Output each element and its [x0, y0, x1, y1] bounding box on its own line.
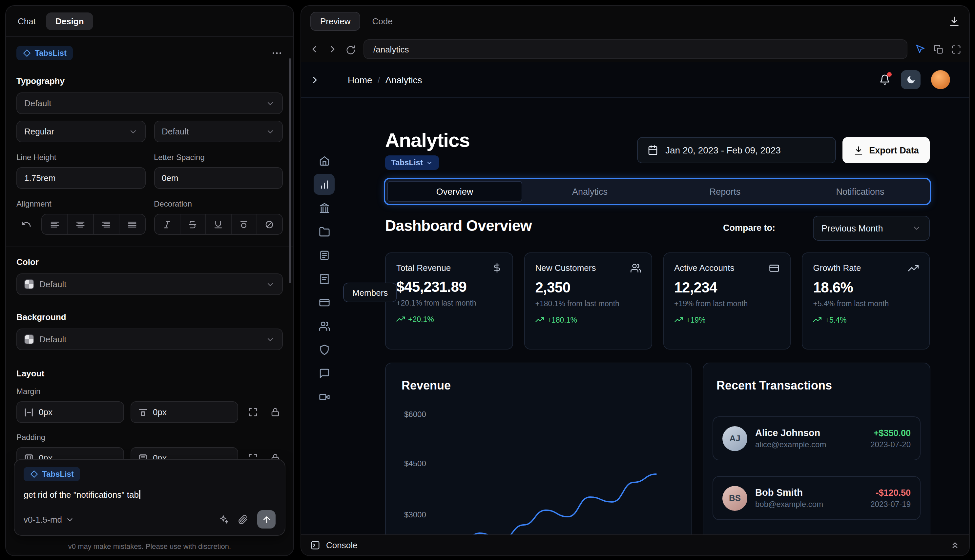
letter-spacing-input[interactable]: 0em: [154, 167, 283, 189]
copy-icon[interactable]: [934, 44, 943, 54]
panel-header: Chat Design: [6, 6, 293, 37]
margin-horizontal-icon: [24, 408, 33, 417]
refresh-icon[interactable]: [346, 44, 356, 54]
transaction-date: 2023-07-20: [870, 440, 911, 449]
chevron-down-icon: [128, 127, 137, 136]
sidebar-toggle-icon[interactable]: [310, 75, 320, 85]
inspect-cursor-icon[interactable]: [915, 44, 926, 55]
v0-workspace: Chat Design TabsList Typography Default …: [0, 0, 975, 560]
composer-component-chip[interactable]: TabsList: [23, 467, 80, 481]
align-right-icon[interactable]: [93, 215, 119, 234]
transaction-row[interactable]: AJ Alice Johnson alice@example.com +$350…: [713, 417, 920, 460]
stats-row: Total Revenue $45,231.89 +20.1% from las…: [385, 252, 930, 350]
font-size-select[interactable]: Default: [154, 121, 283, 142]
sidebar-credit-card-icon[interactable]: [314, 292, 335, 313]
avatar: BS: [722, 485, 747, 510]
chevron-down-icon: [266, 127, 275, 136]
page-title: Analytics: [385, 129, 470, 152]
tab-code[interactable]: Code: [367, 12, 398, 30]
color-select[interactable]: Default: [17, 273, 283, 295]
sidebar-messages-icon[interactable]: [314, 363, 335, 383]
notifications-bell-icon[interactable]: [879, 74, 890, 85]
theme-toggle-button[interactable]: [901, 70, 920, 89]
sidebar-home-icon[interactable]: [314, 150, 335, 171]
chevron-down-icon: [266, 280, 275, 289]
sidebar-members-icon[interactable]: [314, 315, 335, 337]
margin-lock-icon[interactable]: [267, 402, 283, 423]
transaction-row[interactable]: BS Bob Smith bob@example.com -$120.50 20…: [713, 476, 920, 520]
app-sidebar: [301, 98, 339, 535]
margin-x-input[interactable]: 0px: [17, 401, 124, 423]
font-family-select[interactable]: Default: [17, 92, 283, 114]
font-weight-select[interactable]: Regular: [17, 121, 145, 142]
decoration-control: [154, 214, 283, 235]
color-section-label: Color: [17, 257, 283, 267]
tab-analytics[interactable]: Analytics: [522, 181, 658, 202]
date-range-button[interactable]: Jan 20, 2023 - Feb 09, 2023: [637, 137, 836, 163]
tab-notifications[interactable]: Notifications: [793, 181, 928, 202]
background-select[interactable]: Default: [17, 328, 283, 350]
user-avatar[interactable]: [931, 70, 950, 89]
composer-input[interactable]: get rid of the "notifications" tab: [23, 490, 275, 500]
typography-section-label: Typography: [17, 76, 283, 86]
model-select[interactable]: v0-1.5-md: [23, 515, 74, 524]
revenue-line-chart: [394, 400, 679, 535]
margin-label: Margin: [17, 387, 283, 396]
no-decoration-icon[interactable]: [257, 215, 282, 234]
overline-icon[interactable]: [231, 215, 257, 234]
sidebar-folder-icon[interactable]: [314, 221, 335, 242]
panel-scrollbar[interactable]: [289, 58, 291, 283]
selected-component-chip[interactable]: TabsList: [17, 46, 73, 60]
compare-select[interactable]: Previous Month: [813, 216, 930, 241]
back-icon[interactable]: [309, 44, 319, 55]
align-center-icon[interactable]: [67, 215, 93, 234]
transactions-title: Recent Transactions: [716, 379, 917, 393]
tab-preview[interactable]: Preview: [311, 12, 361, 30]
recent-transactions-card: Recent Transactions AJ Alice Johnson ali…: [703, 363, 930, 535]
selection-badge[interactable]: TabsList: [385, 155, 439, 170]
chevrons-up-icon[interactable]: [950, 540, 960, 550]
download-icon[interactable]: [949, 15, 960, 27]
sidebar-bank-icon[interactable]: [314, 197, 335, 218]
sidebar-security-icon[interactable]: [314, 339, 335, 360]
margin-expand-icon[interactable]: [245, 402, 260, 423]
forward-icon[interactable]: [327, 44, 338, 55]
align-left-icon[interactable]: [42, 215, 67, 234]
stat-card-new-customers: New Customers 2,350 +180.1% from last mo…: [524, 252, 652, 350]
sidebar-receipt-icon[interactable]: [314, 268, 335, 289]
console-bar[interactable]: Console: [301, 535, 969, 555]
send-button[interactable]: [257, 510, 275, 528]
sidebar-document-icon[interactable]: [314, 245, 335, 265]
console-icon: [311, 540, 320, 550]
fullscreen-icon[interactable]: [952, 44, 961, 54]
align-justify-icon[interactable]: [119, 215, 145, 234]
trending-up-icon: [674, 315, 683, 324]
revenue-title: Revenue: [402, 379, 675, 393]
line-height-input[interactable]: 1.75rem: [17, 167, 145, 189]
sidebar-analytics-icon[interactable]: [314, 174, 335, 195]
chat-composer[interactable]: TabsList get rid of the "notifications" …: [14, 459, 285, 536]
enhance-prompt-icon[interactable]: [219, 514, 229, 525]
trending-up-icon: [535, 315, 544, 324]
tab-reports[interactable]: Reports: [658, 181, 793, 202]
layout-section-label: Layout: [17, 368, 283, 378]
selected-component-label: TabsList: [35, 48, 67, 58]
undo-icon[interactable]: [17, 214, 36, 235]
preview-topbar: Preview Code: [301, 6, 969, 36]
strikethrough-icon[interactable]: [179, 215, 205, 234]
margin-y-input[interactable]: 0px: [130, 401, 238, 423]
sidebar-video-icon[interactable]: [314, 386, 335, 407]
breadcrumb-current: Analytics: [386, 75, 422, 85]
tab-overview[interactable]: Overview: [387, 181, 522, 202]
underline-icon[interactable]: [205, 215, 230, 234]
more-options-button[interactable]: [271, 47, 283, 59]
tab-design[interactable]: Design: [46, 12, 93, 30]
attachment-icon[interactable]: [238, 515, 248, 524]
trending-up-icon: [396, 315, 405, 323]
breadcrumb-home[interactable]: Home: [348, 75, 372, 85]
url-input[interactable]: /analytics: [364, 39, 907, 59]
export-data-button[interactable]: Export Data: [843, 137, 930, 163]
italic-icon[interactable]: [155, 215, 179, 234]
tab-chat[interactable]: Chat: [18, 16, 36, 26]
alignment-label: Alignment: [17, 199, 145, 208]
